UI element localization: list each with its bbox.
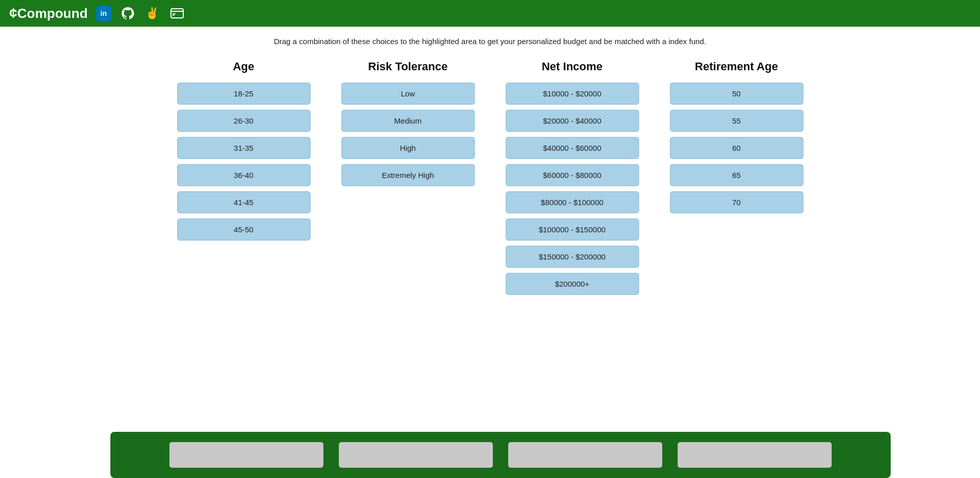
income-option-40k-60k[interactable]: $40000 - $60000 [506,137,639,159]
income-option-200k-plus[interactable]: $200000+ [506,273,639,295]
risk-option-high[interactable]: High [341,137,475,159]
retirement-option-60[interactable]: 60 [670,137,803,159]
net-income-column-header: Net Income [542,60,603,73]
age-option-31-35[interactable]: 31-35 [177,137,311,159]
income-option-20k-40k[interactable]: $20000 - $40000 [506,110,639,132]
income-option-150k-200k[interactable]: $150000 - $200000 [506,246,639,268]
github-icon[interactable] [120,5,136,22]
card-icon[interactable] [169,5,185,22]
net-income-column: Net Income $10000 - $20000 $20000 - $400… [506,60,639,295]
drop-zone[interactable] [110,432,891,478]
main-content: Drag a combination of these choices to t… [0,27,980,478]
income-option-100k-150k[interactable]: $100000 - $150000 [506,218,639,241]
retirement-age-column-header: Retirement Age [695,60,778,73]
app-header: ¢Compound in ✌️ [0,0,980,27]
drop-slot-4[interactable] [678,442,832,468]
income-option-80k-100k[interactable]: $80000 - $100000 [506,191,639,213]
age-column-header: Age [233,60,255,73]
income-option-60k-80k[interactable]: $60000 - $80000 [506,164,639,186]
risk-tolerance-column-header: Risk Tolerance [368,60,448,73]
instruction-text: Drag a combination of these choices to t… [274,37,706,46]
retirement-option-50[interactable]: 50 [670,83,803,105]
risk-option-medium[interactable]: Medium [341,110,475,132]
age-option-26-30[interactable]: 26-30 [177,110,311,132]
retirement-option-70[interactable]: 70 [670,191,803,213]
retirement-option-65[interactable]: 65 [670,164,803,186]
risk-option-extremely-high[interactable]: Extremely High [341,164,475,186]
age-option-36-40[interactable]: 36-40 [177,164,311,186]
age-option-18-25[interactable]: 18-25 [177,83,311,105]
age-column: Age 18-25 26-30 31-35 36-40 41-45 45-50 [177,60,311,241]
drop-slot-1[interactable] [169,442,323,468]
svg-rect-0 [171,9,183,18]
risk-option-low[interactable]: Low [341,83,475,105]
peace-sign-icon[interactable]: ✌️ [144,5,161,22]
income-option-10k-20k[interactable]: $10000 - $20000 [506,83,639,105]
columns-container: Age 18-25 26-30 31-35 36-40 41-45 45-50 … [136,60,844,295]
drop-slot-3[interactable] [508,442,662,468]
linkedin-icon[interactable]: in [96,6,111,21]
age-option-45-50[interactable]: 45-50 [177,218,311,241]
retirement-option-55[interactable]: 55 [670,110,803,132]
app-logo: ¢Compound [9,5,88,22]
svg-rect-2 [172,13,176,14]
svg-rect-3 [172,15,175,16]
age-option-41-45[interactable]: 41-45 [177,191,311,213]
drop-slot-2[interactable] [339,442,493,468]
risk-tolerance-column: Risk Tolerance Low Medium High Extremely… [341,60,475,186]
retirement-age-column: Retirement Age 50 55 60 65 70 [670,60,803,213]
